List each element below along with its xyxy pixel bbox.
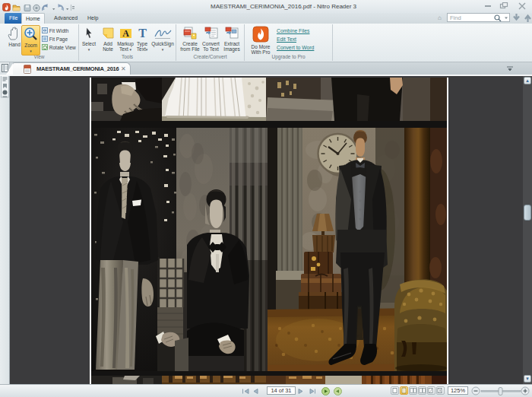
svg-text:A: A <box>122 28 129 39</box>
svg-text:T: T <box>138 27 147 40</box>
